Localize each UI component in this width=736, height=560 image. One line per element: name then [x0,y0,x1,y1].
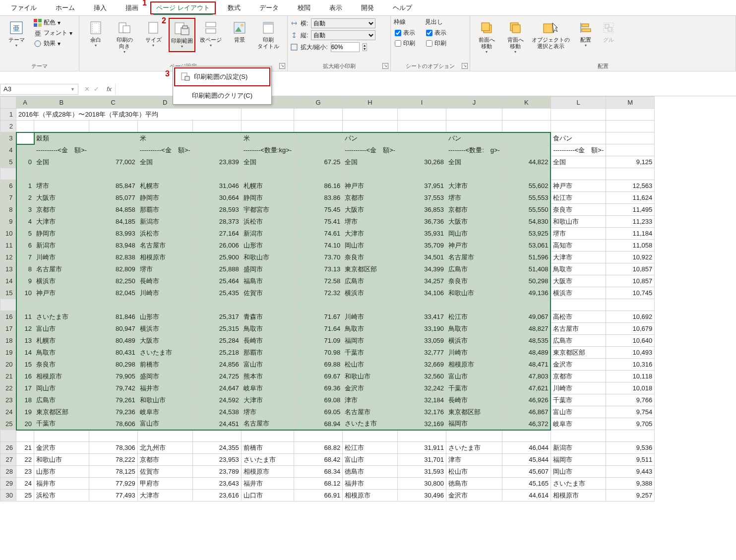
cell[interactable]: 鳥取市 [446,323,502,335]
cell[interactable]: さいたま市 [137,347,192,359]
tab-help[interactable]: ヘルプ [386,0,419,15]
cell[interactable] [16,132,34,144]
cell[interactable]: 69.08 [294,394,343,406]
cell[interactable]: 相模原市 [446,359,502,371]
cell[interactable]: 奈良市 [446,275,502,287]
cell[interactable]: 78,125 [89,466,137,478]
cell[interactable]: 77,929 [89,478,137,490]
cell[interactable]: 25,317 [192,311,241,323]
cell[interactable]: 10,679 [606,323,655,335]
cell[interactable]: 千葉市 [551,394,606,406]
cell[interactable]: 徳島市 [446,478,502,490]
row-header[interactable]: 17 [0,323,16,335]
cell[interactable]: 18 [16,394,34,406]
cell[interactable]: 熊本市 [241,371,294,382]
cell[interactable] [551,109,606,121]
cell[interactable]: 全国 [446,156,502,168]
cell[interactable]: 福井市 [343,478,398,490]
cell[interactable]: 53,925 [502,228,551,240]
cell[interactable]: 21 [16,442,34,454]
cell[interactable]: 名古屋市 [343,406,398,418]
cell[interactable]: パン [343,132,398,144]
row-header[interactable]: 2 [0,121,16,132]
print-area-button[interactable]: 2 印刷範囲▾ [169,18,195,52]
cell[interactable]: 32,242 [397,382,446,394]
cell[interactable]: 68.42 [294,454,343,466]
cell[interactable]: 山口市 [241,490,294,501]
page-setup-launcher[interactable]: ↘ [279,63,285,69]
fx-button[interactable]: fx [103,85,115,93]
colors-button[interactable]: 配色▾ [32,18,74,27]
row-header[interactable]: 22 [0,382,16,394]
cell[interactable]: 相模原市 [34,371,89,382]
cell[interactable]: 5 [16,228,34,240]
cell[interactable]: 9,536 [606,442,655,454]
col-header[interactable]: C [89,97,137,109]
cell[interactable]: 84,185 [89,216,137,228]
margins-button[interactable]: 余白▾ [82,18,109,50]
cell[interactable]: 68.82 [294,442,343,454]
cell[interactable] [606,121,655,132]
cell[interactable]: 札幌市 [34,335,89,347]
cell[interactable]: 77,002 [89,156,137,168]
cell[interactable]: 73.13 [294,263,343,275]
cell[interactable]: 10,118 [606,371,655,382]
cell[interactable]: 32,176 [397,406,446,418]
cell[interactable] [397,144,446,156]
cell[interactable]: 9 [16,275,34,287]
cell[interactable]: 富山市 [137,418,192,430]
cell[interactable]: 盛岡市 [241,263,294,275]
cell[interactable]: 68.12 [294,478,343,490]
cell[interactable]: 0 [16,156,34,168]
col-header[interactable]: M [606,97,655,109]
cell[interactable]: 28,593 [192,204,241,216]
cell[interactable]: 33,417 [397,311,446,323]
cell[interactable]: 相模原市 [343,490,398,501]
tab-view[interactable]: 表示 [322,0,349,15]
cell[interactable]: 堺市 [137,263,192,275]
name-box[interactable]: A3▼ [0,84,78,95]
cell[interactable]: 新潟市 [551,442,606,454]
print-titles-button[interactable]: 印刷 タイトル [255,18,282,52]
cell[interactable]: 大阪市 [446,216,502,228]
cell[interactable]: 47,803 [502,371,551,382]
cell[interactable]: 47,621 [502,382,551,394]
cell[interactable]: 33,190 [397,323,446,335]
cell[interactable]: 佐賀市 [241,287,294,299]
cell[interactable]: 食パン [551,132,606,144]
cell[interactable] [397,121,446,132]
cell[interactable]: 26,006 [192,240,241,251]
cell[interactable]: 10,857 [606,275,655,287]
row-header[interactable]: 3 [0,132,16,144]
cell[interactable]: 全国 [241,156,294,168]
cell[interactable]: 44,614 [502,490,551,501]
row-header[interactable]: 13 [0,263,16,275]
cell[interactable]: 3 [16,204,34,216]
cell[interactable]: 那覇市 [137,204,192,216]
col-header[interactable]: J [446,97,502,109]
cell[interactable]: 19 [16,406,34,418]
cell[interactable] [241,109,294,121]
cell[interactable]: 大津市 [343,228,398,240]
cell[interactable]: 和歌山市 [34,454,89,466]
set-print-area-item[interactable]: 3 印刷範囲の設定(S) [174,67,270,86]
cell[interactable]: 岡山市 [551,466,606,478]
cell[interactable]: 55,553 [502,192,551,204]
cell[interactable]: 69.36 [294,382,343,394]
cell[interactable]: 66.91 [294,490,343,501]
cell[interactable]: 24,725 [192,371,241,382]
cell[interactable]: 富山市 [446,371,502,382]
selection-pane-button[interactable]: オブジェクトの 選択と表示 [531,18,570,52]
cell[interactable]: 44,822 [502,156,551,168]
cell[interactable]: 福井市 [137,382,192,394]
cell[interactable]: 横浜市 [551,287,606,299]
cell[interactable]: 盛岡市 [137,371,192,382]
row-header[interactable]: 19 [0,347,16,359]
cell[interactable]: 15 [16,359,34,371]
col-header[interactable]: B [34,97,89,109]
row-header[interactable]: 12 [0,251,16,263]
cell[interactable]: 鳥取市 [551,263,606,275]
cell[interactable] [16,144,34,156]
row-header[interactable]: 8 [0,204,16,216]
cell[interactable]: 83,948 [89,240,137,251]
